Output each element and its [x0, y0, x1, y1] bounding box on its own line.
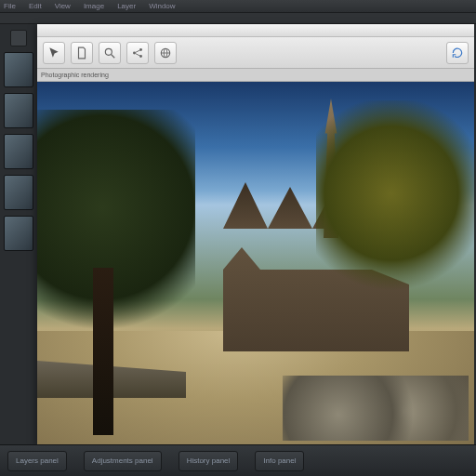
scene-trunk: [93, 268, 113, 435]
panel-tab[interactable]: Layers panel: [7, 451, 67, 471]
info-label: Photographic rendering: [41, 72, 109, 78]
share-icon[interactable]: [126, 42, 149, 64]
search-icon[interactable]: [99, 42, 121, 64]
scene-tree: [316, 100, 474, 333]
svg-line-5: [136, 50, 140, 52]
scene-rocks: [283, 376, 469, 441]
svg-line-1: [112, 54, 115, 58]
panel-tab[interactable]: Info panel: [255, 451, 304, 471]
menu-item[interactable]: File: [4, 2, 16, 10]
left-panel: [0, 24, 37, 444]
globe-icon[interactable]: [154, 42, 177, 64]
cursor-icon[interactable]: [43, 42, 65, 64]
bottom-panels: Layers panel Adjustments panel History p…: [0, 444, 476, 476]
menu-item[interactable]: Window: [149, 2, 175, 10]
scene-tree: [37, 110, 195, 389]
svg-point-0: [105, 48, 112, 55]
svg-point-4: [139, 55, 142, 58]
thumbnail[interactable]: [4, 134, 33, 169]
document-icon[interactable]: [71, 42, 93, 64]
thumbnail[interactable]: [4, 52, 33, 87]
document-info-bar: Photographic rendering: [37, 69, 474, 82]
svg-line-6: [136, 53, 140, 55]
document-toolbar: [37, 37, 474, 69]
refresh-icon[interactable]: [446, 42, 469, 64]
thumbnail[interactable]: [4, 175, 33, 210]
document-window: Photographic rendering: [37, 24, 474, 444]
document-titlebar[interactable]: [37, 24, 474, 37]
app-menu-bar: File Edit View Image Layer Window: [0, 0, 476, 13]
panel-tab[interactable]: Adjustments panel: [84, 451, 162, 471]
thumbnail[interactable]: [4, 216, 33, 251]
panel-tab[interactable]: History panel: [178, 451, 239, 471]
thumbnail[interactable]: [4, 93, 33, 128]
menu-item[interactable]: Edit: [29, 2, 42, 10]
svg-point-3: [139, 48, 142, 51]
menu-item[interactable]: Image: [84, 2, 104, 10]
menu-item[interactable]: View: [55, 2, 71, 10]
options-bar: [0, 13, 476, 24]
menu-item[interactable]: Layer: [117, 2, 136, 10]
svg-point-2: [133, 51, 136, 54]
image-canvas[interactable]: [37, 82, 474, 444]
tool-button[interactable]: [10, 30, 27, 46]
